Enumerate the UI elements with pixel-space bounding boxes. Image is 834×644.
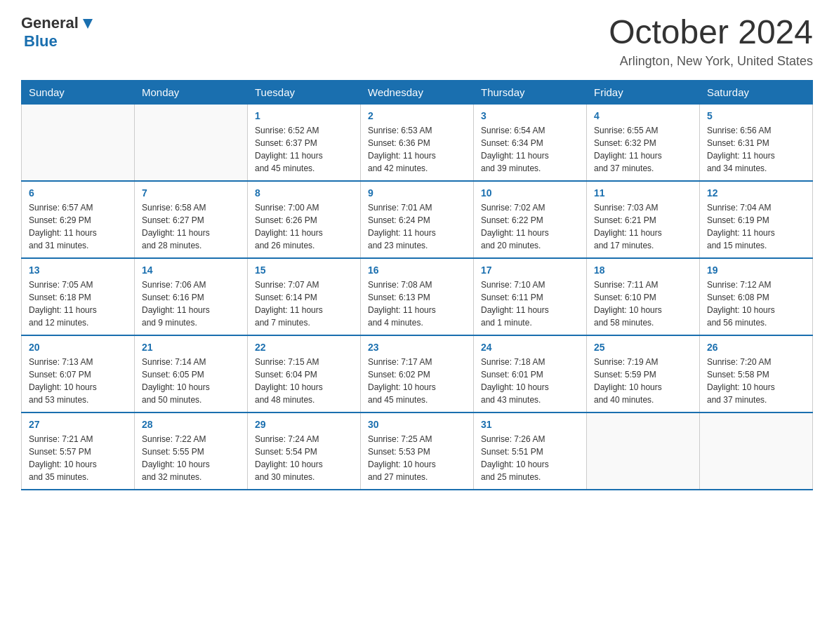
calendar-cell: 23Sunrise: 7:17 AM Sunset: 6:02 PM Dayli… (361, 335, 474, 412)
calendar-cell: 17Sunrise: 7:10 AM Sunset: 6:11 PM Dayli… (474, 258, 587, 335)
day-info: Sunrise: 7:17 AM Sunset: 6:02 PM Dayligh… (368, 356, 466, 406)
calendar-cell (135, 104, 248, 181)
day-number: 18 (594, 264, 692, 276)
day-info: Sunrise: 6:52 AM Sunset: 6:37 PM Dayligh… (255, 124, 353, 175)
day-info: Sunrise: 7:06 AM Sunset: 6:16 PM Dayligh… (142, 279, 240, 329)
day-info: Sunrise: 7:10 AM Sunset: 6:11 PM Dayligh… (481, 279, 579, 329)
calendar-cell: 10Sunrise: 7:02 AM Sunset: 6:22 PM Dayli… (474, 181, 587, 258)
day-number: 31 (481, 419, 579, 430)
week-row-2: 6Sunrise: 6:57 AM Sunset: 6:29 PM Daylig… (22, 181, 813, 258)
day-number: 22 (255, 342, 353, 353)
logo-triangle-icon (80, 16, 95, 32)
day-number: 5 (707, 110, 805, 121)
header-day-sunday: Sunday (22, 80, 135, 104)
day-info: Sunrise: 6:54 AM Sunset: 6:34 PM Dayligh… (481, 124, 579, 175)
calendar-cell: 4Sunrise: 6:55 AM Sunset: 6:32 PM Daylig… (587, 104, 700, 181)
calendar-cell: 8Sunrise: 7:00 AM Sunset: 6:26 PM Daylig… (248, 181, 361, 258)
day-info: Sunrise: 7:00 AM Sunset: 6:26 PM Dayligh… (255, 201, 353, 252)
day-info: Sunrise: 7:20 AM Sunset: 5:58 PM Dayligh… (707, 356, 805, 406)
calendar-cell: 31Sunrise: 7:26 AM Sunset: 5:51 PM Dayli… (474, 412, 587, 490)
day-info: Sunrise: 7:08 AM Sunset: 6:13 PM Dayligh… (368, 279, 466, 329)
week-row-4: 20Sunrise: 7:13 AM Sunset: 6:07 PM Dayli… (22, 335, 813, 412)
calendar-body: 1Sunrise: 6:52 AM Sunset: 6:37 PM Daylig… (22, 104, 813, 490)
header-day-monday: Monday (135, 80, 248, 104)
calendar-cell: 26Sunrise: 7:20 AM Sunset: 5:58 PM Dayli… (700, 335, 813, 412)
calendar-cell: 28Sunrise: 7:22 AM Sunset: 5:55 PM Dayli… (135, 412, 248, 490)
calendar-cell: 24Sunrise: 7:18 AM Sunset: 6:01 PM Dayli… (474, 335, 587, 412)
header-day-thursday: Thursday (474, 80, 587, 104)
day-number: 28 (142, 419, 240, 430)
day-number: 26 (707, 342, 805, 353)
day-number: 16 (368, 264, 466, 276)
day-number: 14 (142, 264, 240, 276)
location-text: Arlington, New York, United States (609, 54, 813, 69)
svg-marker-0 (83, 19, 93, 29)
day-number: 17 (481, 264, 579, 276)
day-number: 29 (255, 419, 353, 430)
calendar-cell: 2Sunrise: 6:53 AM Sunset: 6:36 PM Daylig… (361, 104, 474, 181)
day-info: Sunrise: 7:12 AM Sunset: 6:08 PM Dayligh… (707, 279, 805, 329)
day-number: 23 (368, 342, 466, 353)
day-number: 4 (594, 110, 692, 121)
calendar-cell: 20Sunrise: 7:13 AM Sunset: 6:07 PM Dayli… (22, 335, 135, 412)
header-day-tuesday: Tuesday (248, 80, 361, 104)
calendar-cell: 22Sunrise: 7:15 AM Sunset: 6:04 PM Dayli… (248, 335, 361, 412)
week-row-3: 13Sunrise: 7:05 AM Sunset: 6:18 PM Dayli… (22, 258, 813, 335)
page-header: General Blue October 2024 Arlington, New… (21, 14, 813, 69)
day-number: 24 (481, 342, 579, 353)
day-info: Sunrise: 7:13 AM Sunset: 6:07 PM Dayligh… (29, 356, 127, 406)
day-number: 15 (255, 264, 353, 276)
day-info: Sunrise: 7:01 AM Sunset: 6:24 PM Dayligh… (368, 201, 466, 252)
day-number: 10 (481, 187, 579, 199)
day-info: Sunrise: 7:11 AM Sunset: 6:10 PM Dayligh… (594, 279, 692, 329)
calendar-cell: 15Sunrise: 7:07 AM Sunset: 6:14 PM Dayli… (248, 258, 361, 335)
day-number: 6 (29, 187, 127, 199)
calendar-cell (587, 412, 700, 490)
day-info: Sunrise: 6:56 AM Sunset: 6:31 PM Dayligh… (707, 124, 805, 175)
logo-blue-text: Blue (24, 32, 58, 50)
week-row-1: 1Sunrise: 6:52 AM Sunset: 6:37 PM Daylig… (22, 104, 813, 181)
day-info: Sunrise: 6:55 AM Sunset: 6:32 PM Dayligh… (594, 124, 692, 175)
calendar-cell: 30Sunrise: 7:25 AM Sunset: 5:53 PM Dayli… (361, 412, 474, 490)
day-info: Sunrise: 7:05 AM Sunset: 6:18 PM Dayligh… (29, 279, 127, 329)
day-info: Sunrise: 7:15 AM Sunset: 6:04 PM Dayligh… (255, 356, 353, 406)
day-info: Sunrise: 7:14 AM Sunset: 6:05 PM Dayligh… (142, 356, 240, 406)
calendar-table: SundayMondayTuesdayWednesdayThursdayFrid… (21, 80, 813, 491)
header-row: SundayMondayTuesdayWednesdayThursdayFrid… (22, 80, 813, 104)
day-info: Sunrise: 7:03 AM Sunset: 6:21 PM Dayligh… (594, 201, 692, 252)
day-number: 9 (368, 187, 466, 199)
logo-general-text: General (21, 14, 79, 32)
day-number: 27 (29, 419, 127, 430)
calendar-cell: 11Sunrise: 7:03 AM Sunset: 6:21 PM Dayli… (587, 181, 700, 258)
calendar-cell: 12Sunrise: 7:04 AM Sunset: 6:19 PM Dayli… (700, 181, 813, 258)
day-number: 25 (594, 342, 692, 353)
day-info: Sunrise: 7:22 AM Sunset: 5:55 PM Dayligh… (142, 433, 240, 483)
day-info: Sunrise: 7:04 AM Sunset: 6:19 PM Dayligh… (707, 201, 805, 252)
calendar-cell (700, 412, 813, 490)
day-info: Sunrise: 7:25 AM Sunset: 5:53 PM Dayligh… (368, 433, 466, 483)
calendar-cell: 16Sunrise: 7:08 AM Sunset: 6:13 PM Dayli… (361, 258, 474, 335)
logo: General Blue (21, 14, 95, 51)
calendar-cell: 25Sunrise: 7:19 AM Sunset: 5:59 PM Dayli… (587, 335, 700, 412)
day-info: Sunrise: 6:53 AM Sunset: 6:36 PM Dayligh… (368, 124, 466, 175)
calendar-cell: 19Sunrise: 7:12 AM Sunset: 6:08 PM Dayli… (700, 258, 813, 335)
day-info: Sunrise: 7:02 AM Sunset: 6:22 PM Dayligh… (481, 201, 579, 252)
header-day-saturday: Saturday (700, 80, 813, 104)
day-number: 7 (142, 187, 240, 199)
day-info: Sunrise: 6:58 AM Sunset: 6:27 PM Dayligh… (142, 201, 240, 252)
calendar-cell: 3Sunrise: 6:54 AM Sunset: 6:34 PM Daylig… (474, 104, 587, 181)
day-number: 13 (29, 264, 127, 276)
day-number: 3 (481, 110, 579, 121)
calendar-cell (22, 104, 135, 181)
day-number: 12 (707, 187, 805, 199)
day-info: Sunrise: 7:19 AM Sunset: 5:59 PM Dayligh… (594, 356, 692, 406)
day-number: 19 (707, 264, 805, 276)
day-number: 2 (368, 110, 466, 121)
day-info: Sunrise: 6:57 AM Sunset: 6:29 PM Dayligh… (29, 201, 127, 252)
day-info: Sunrise: 7:07 AM Sunset: 6:14 PM Dayligh… (255, 279, 353, 329)
header-day-friday: Friday (587, 80, 700, 104)
day-number: 21 (142, 342, 240, 353)
month-title: October 2024 (609, 14, 813, 51)
title-block: October 2024 Arlington, New York, United… (609, 14, 813, 69)
day-number: 30 (368, 419, 466, 430)
